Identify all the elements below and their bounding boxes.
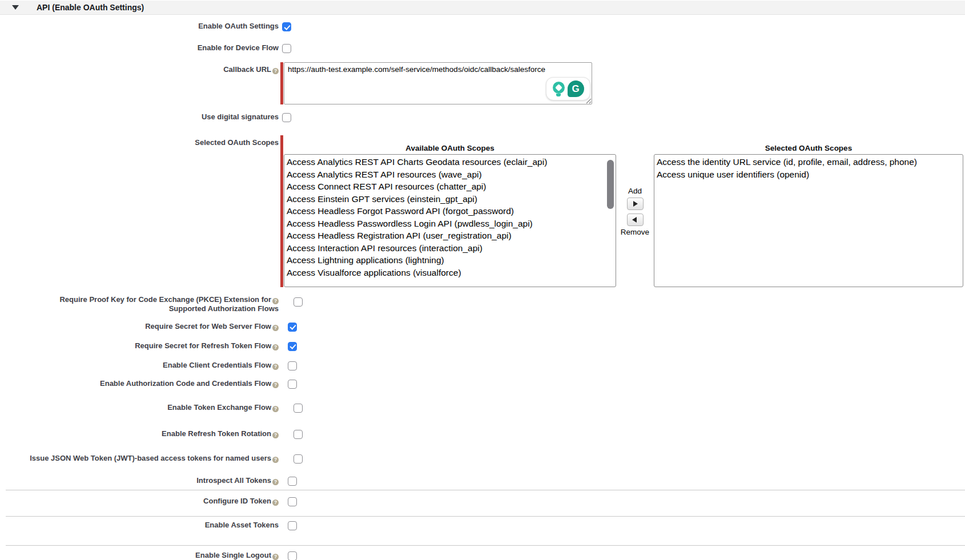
list-item[interactable]: Access Headless Registration API (user_r… bbox=[284, 229, 616, 242]
info-icon[interactable]: ? bbox=[272, 554, 279, 560]
introspect-checkbox[interactable] bbox=[288, 477, 297, 486]
list-item[interactable]: Access the identity URL service (id, pro… bbox=[654, 156, 963, 168]
info-icon[interactable]: ? bbox=[272, 364, 279, 370]
form-row-client_creds: Enable Client Credentials Flow? bbox=[0, 360, 965, 370]
section-divider bbox=[6, 516, 965, 517]
info-icon[interactable]: ? bbox=[272, 68, 279, 74]
field-label-text: Enable Refresh Token Rotation bbox=[162, 429, 271, 438]
field-label-text: Selected OAuth Scopes bbox=[195, 138, 279, 147]
info-icon[interactable]: ? bbox=[272, 457, 279, 463]
field-label-text: Configure ID Token bbox=[203, 497, 271, 505]
form-row-jwt_tokens: Issue JSON Web Token (JWT)-based access … bbox=[0, 453, 965, 464]
secret_refresh-checkbox[interactable] bbox=[288, 342, 297, 351]
field-label-text: Enable Client Credentials Flow bbox=[163, 361, 271, 369]
section-header: API (Enable OAuth Settings) bbox=[0, 1, 965, 15]
info-icon[interactable]: ? bbox=[272, 499, 279, 506]
form-row-configure_id: Configure ID Token? bbox=[0, 496, 965, 506]
client_creds-checkbox[interactable] bbox=[288, 361, 297, 370]
form-row-secret_web: Require Secret for Web Server Flow? bbox=[0, 321, 965, 332]
asset_tokens-checkbox[interactable] bbox=[288, 521, 297, 530]
list-item[interactable]: Access Analytics REST API Charts Geodata… bbox=[284, 156, 616, 168]
info-icon[interactable]: ? bbox=[272, 325, 279, 331]
remove-button[interactable] bbox=[627, 213, 644, 226]
info-icon[interactable]: ? bbox=[272, 382, 279, 388]
field-label-text: Require Secret for Refresh Token Flow bbox=[135, 341, 271, 350]
info-icon[interactable]: ? bbox=[272, 406, 279, 412]
info-icon[interactable]: ? bbox=[272, 344, 279, 350]
list-item[interactable]: Access Analytics REST API resources (wav… bbox=[284, 168, 616, 181]
secret_refresh-label: Require Secret for Refresh Token Flow? bbox=[0, 341, 279, 350]
digital_signatures-checkbox[interactable] bbox=[282, 113, 291, 122]
remove-label: Remove bbox=[621, 228, 649, 237]
form-row-pkce: Require Proof Key for Code Exchange (PKC… bbox=[0, 295, 965, 313]
info-icon[interactable]: ? bbox=[272, 432, 279, 438]
list-item[interactable]: Access Visualforce applications (visualf… bbox=[284, 267, 616, 279]
field-label-text: Use digital signatures bbox=[202, 112, 279, 121]
field-label-text: Require Secret for Web Server Flow bbox=[145, 322, 271, 331]
required-bar bbox=[280, 135, 283, 287]
list-item[interactable]: Access Lightning applications (lightning… bbox=[284, 254, 616, 267]
list-item[interactable]: Access Headless Passwordless Login API (… bbox=[284, 217, 616, 230]
available-scopes-header: Available OAuth Scopes bbox=[284, 143, 616, 153]
introspect-label: Introspect All Tokens? bbox=[0, 476, 279, 485]
scrollbar-thumb[interactable] bbox=[607, 160, 614, 209]
add-label: Add bbox=[628, 187, 642, 196]
refresh_rotation-label: Enable Refresh Token Rotation? bbox=[0, 429, 279, 438]
list-item[interactable]: Access Einstein GPT services (einstein_g… bbox=[284, 193, 616, 206]
lightbulb-icon[interactable] bbox=[553, 82, 565, 96]
list-item[interactable]: Access Connect REST API resources (chatt… bbox=[284, 180, 616, 193]
form-row-secret_refresh: Require Secret for Refresh Token Flow? bbox=[0, 341, 965, 351]
pkce-label: Require Proof Key for Code Exchange (PKC… bbox=[0, 295, 279, 313]
arrow-right-icon bbox=[633, 201, 638, 207]
device_flow-checkbox[interactable] bbox=[282, 44, 291, 53]
resize-handle-icon[interactable] bbox=[585, 98, 592, 104]
secret_web-checkbox[interactable] bbox=[288, 323, 297, 332]
secret_web-label: Require Secret for Web Server Flow? bbox=[0, 321, 279, 331]
configure_id-label: Configure ID Token? bbox=[0, 496, 279, 506]
token_exchange-label: Enable Token Exchange Flow? bbox=[0, 402, 279, 412]
form-row-oauth_scopes: Selected OAuth ScopesAvailable OAuth Sco… bbox=[0, 135, 965, 287]
field-label-text: Callback URL bbox=[223, 65, 271, 74]
jwt_tokens-checkbox[interactable] bbox=[293, 454, 303, 464]
list-item[interactable]: Access Headless Forgot Password API (for… bbox=[284, 205, 616, 217]
form-body: Enable OAuth SettingsEnable for Device F… bbox=[0, 21, 965, 560]
form-row-single_logout: Enable Single Logout? bbox=[0, 550, 965, 560]
section-divider bbox=[6, 490, 965, 490]
grammarly-icon[interactable]: G bbox=[568, 80, 584, 97]
token_exchange-checkbox[interactable] bbox=[293, 404, 303, 413]
auth_code_creds-checkbox[interactable] bbox=[288, 380, 297, 389]
available-scopes-listbox[interactable]: Access Analytics REST API Charts Geodata… bbox=[284, 154, 616, 287]
form-row-asset_tokens: Enable Asset Tokens bbox=[0, 520, 965, 530]
selected-scopes-listbox[interactable]: Access the identity URL service (id, pro… bbox=[654, 154, 963, 287]
refresh_rotation-checkbox[interactable] bbox=[293, 430, 303, 439]
configure_id-checkbox[interactable] bbox=[288, 497, 297, 506]
form-row-auth_code_creds: Enable Authorization Code and Credential… bbox=[0, 378, 965, 389]
jwt_tokens-label: Issue JSON Web Token (JWT)-based access … bbox=[0, 453, 279, 463]
form-row-enable_oauth: Enable OAuth Settings bbox=[0, 21, 965, 31]
form-row-digital_signatures: Use digital signatures bbox=[0, 112, 965, 122]
list-item[interactable]: Access unique user identifiers (openid) bbox=[654, 168, 963, 181]
field-label-text: Enable Asset Tokens bbox=[205, 521, 279, 529]
pkce-checkbox[interactable] bbox=[293, 297, 303, 307]
collapse-triangle-icon[interactable] bbox=[12, 5, 19, 10]
form-row-introspect: Introspect All Tokens? bbox=[0, 476, 965, 486]
digital_signatures-label: Use digital signatures bbox=[0, 112, 279, 122]
form-row-callback_url: Callback URL?G bbox=[0, 62, 965, 104]
list-item[interactable]: Access Interaction API resources (intera… bbox=[284, 242, 616, 255]
enable_oauth-checkbox[interactable] bbox=[282, 22, 291, 31]
selected-scopes-header: Selected OAuth Scopes bbox=[654, 143, 963, 153]
add-button[interactable] bbox=[627, 198, 644, 210]
arrow-left-icon bbox=[632, 217, 637, 223]
required-bar bbox=[280, 62, 283, 104]
section-divider bbox=[6, 545, 965, 546]
info-icon[interactable]: ? bbox=[272, 479, 279, 485]
duallist-controls: AddRemove bbox=[616, 154, 654, 287]
single_logout-label: Enable Single Logout? bbox=[0, 550, 279, 560]
info-icon[interactable]: ? bbox=[272, 298, 279, 304]
section-title: API (Enable OAuth Settings) bbox=[37, 3, 144, 12]
field-label-text: Issue JSON Web Token (JWT)-based access … bbox=[30, 454, 271, 462]
field-label-text: Enable Token Exchange Flow bbox=[167, 403, 271, 412]
device_flow-label: Enable for Device Flow bbox=[0, 43, 279, 53]
enable_oauth-label: Enable OAuth Settings bbox=[0, 21, 279, 31]
single_logout-checkbox[interactable] bbox=[288, 551, 297, 560]
